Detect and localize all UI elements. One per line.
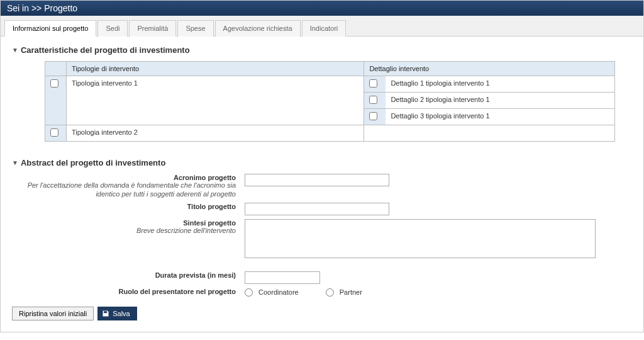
radio-partner-wrap[interactable]: Partner [326,288,362,296]
radio-partner-label: Partner [340,288,362,296]
acronimo-input[interactable] [245,174,389,186]
durata-input[interactable] [245,271,320,284]
radio-partner[interactable] [326,288,334,297]
tab-agevolazione[interactable]: Agevolazione richiesta [215,20,301,37]
detail-checkbox[interactable] [369,112,377,120]
tab-premialita[interactable]: Premialità [129,20,176,37]
row-checkbox[interactable] [50,128,58,137]
triangle-down-icon: ▼ [12,159,18,166]
header-dettaglio: Dettaglio intervento [364,62,615,76]
section-caratteristiche-label: Caratteristiche del progetto di investim… [21,45,190,55]
section-caratteristiche-heading: ▼ Caratteristiche del progetto di invest… [12,45,632,55]
section-abstract-label: Abstract del progetto di investimento [21,158,165,167]
tabs-bar: Informazioni sul progetto Sedi Premialit… [1,16,643,37]
tipologia-cell: Tipologia intervento 2 [67,125,364,142]
header-checkbox-col [45,62,67,76]
radio-coordinatore-label: Coordinatore [258,288,299,296]
dettaglio-cell: Dettaglio 3 tipologia intervento 1 [386,109,614,125]
header-tipologie: Tipologie di intervento [67,62,364,76]
radio-coordinatore-wrap[interactable]: Coordinatore [245,288,301,296]
save-icon [102,310,109,317]
table-row: Tipologia intervento 1 Dettaglio 1 tipol… [45,76,615,125]
titolo-label: Titolo progetto [187,203,236,210]
save-button[interactable]: Salva [97,307,137,320]
dettaglio-cell: Dettaglio 1 tipologia intervento 1 [386,76,614,93]
detail-checkbox[interactable] [369,96,377,104]
tab-spese[interactable]: Spese [177,20,213,37]
radio-coordinatore[interactable] [245,288,253,297]
ruolo-label: Ruolo del presentatore nel progetto [119,288,236,295]
dettaglio-cell: Dettaglio 2 tipologia intervento 1 [386,93,614,109]
reset-button[interactable]: Ripristina valori iniziali [12,307,94,320]
section-abstract-heading: ▼ Abstract del progetto di investimento [12,158,632,167]
acronimo-hint: Per l'accettazione della domanda è fonda… [12,181,236,199]
interventi-table: Tipologie di intervento Dettaglio interv… [45,61,615,142]
titolo-input[interactable] [245,203,389,215]
sintesi-textarea[interactable] [245,219,596,258]
tab-informazioni[interactable]: Informazioni sul progetto [4,20,96,37]
acronimo-label: Acronimo progetto [174,174,236,181]
detail-checkbox[interactable] [369,79,377,88]
save-button-label: Salva [113,310,130,317]
tab-sedi[interactable]: Sedi [97,20,128,37]
tipologia-cell: Tipologia intervento 1 [67,76,364,125]
sintesi-hint: Breve descrizione dell'intervento [12,227,236,235]
durata-label: Durata prevista (in mesi) [155,271,236,279]
breadcrumb: Sei in >> Progetto [1,1,643,16]
sintesi-label: Sintesi progetto [183,219,236,227]
row-checkbox[interactable] [50,79,58,88]
table-row: Tipologia intervento 2 [45,125,615,142]
tab-indicatori[interactable]: Indicatori [302,20,347,37]
triangle-down-icon: ▼ [12,47,18,54]
